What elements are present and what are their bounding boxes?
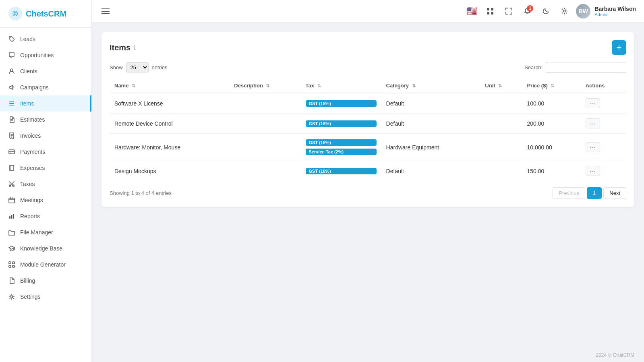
svg-rect-7 — [9, 150, 14, 154]
sidebar-item-settings[interactable]: Settings — [0, 289, 91, 305]
sidebar-nav: Leads Opportunities Clients Campaigns It… — [0, 28, 91, 362]
tax-badges: GST (18%) — [306, 120, 377, 128]
name-sort-icon: ⇅ — [132, 83, 135, 88]
search-input[interactable] — [546, 62, 626, 73]
row-actions-button[interactable]: ··· — [586, 98, 600, 108]
col-name[interactable]: Name ⇅ — [110, 79, 229, 93]
svg-rect-5 — [9, 103, 14, 104]
svg-rect-15 — [9, 262, 11, 264]
col-unit[interactable]: Unit ⇅ — [480, 79, 522, 93]
sidebar-item-items[interactable]: Items — [0, 95, 91, 112]
col-description[interactable]: Description ⇅ — [229, 79, 300, 93]
sidebar-item-label: Settings — [20, 294, 41, 300]
hamburger-button[interactable] — [100, 7, 111, 16]
tax-sort-icon: ⇅ — [317, 83, 321, 88]
cell-unit — [480, 114, 522, 134]
sidebar-item-file-manager[interactable]: File Manager — [0, 224, 91, 240]
cell-actions: ··· — [581, 114, 626, 134]
sidebar-item-billing[interactable]: Billing — [0, 273, 91, 289]
gear-icon — [8, 293, 15, 300]
grid-icon[interactable] — [483, 4, 497, 18]
cell-price: 10,000.00 — [522, 134, 580, 161]
svg-rect-17 — [9, 265, 11, 267]
col-actions: Actions — [581, 79, 626, 93]
header-left — [100, 7, 111, 16]
table-header-row: Name ⇅Description ⇅Tax ⇅Category ⇅Unit ⇅… — [110, 79, 626, 93]
tax-badge: GST (18%) — [306, 120, 377, 127]
row-actions-button[interactable]: ··· — [586, 142, 600, 152]
sidebar-item-invoices[interactable]: Invoices — [0, 128, 91, 144]
list-icon — [8, 100, 15, 107]
file-text-icon — [8, 116, 15, 123]
sidebar-item-label: Items — [20, 100, 34, 107]
page-title: Items — [110, 43, 130, 52]
svg-rect-16 — [12, 262, 14, 264]
cell-tax: GST (18%) — [301, 93, 381, 114]
sidebar-item-payments[interactable]: Payments — [0, 144, 91, 160]
sidebar-item-meetings[interactable]: Meetings — [0, 192, 91, 208]
svg-rect-12 — [9, 216, 10, 219]
fullscreen-icon[interactable] — [502, 4, 516, 18]
description-sort-icon: ⇅ — [266, 83, 269, 88]
svg-rect-11 — [9, 198, 14, 203]
row-actions-button[interactable]: ··· — [586, 118, 600, 128]
header-right: 🇺🇸 1 — [465, 4, 636, 19]
sidebar-item-label: Knowledge Base — [20, 245, 62, 252]
sidebar-item-leads[interactable]: Leads — [0, 31, 91, 47]
table-row: Hardware: Monitor, Mouse GST (18%)Servic… — [110, 134, 626, 161]
sidebar-item-taxes[interactable]: Taxes — [0, 176, 91, 192]
theme-icon[interactable] — [539, 4, 553, 18]
user-details: Barbara Wilson Admin — [594, 6, 636, 17]
flag-icon[interactable]: 🇺🇸 — [465, 4, 478, 18]
cell-name: Hardware: Monitor, Mouse — [110, 134, 229, 161]
price-sort-icon: ⇅ — [551, 83, 554, 88]
col-price[interactable]: Price ($) ⇅ — [522, 79, 580, 93]
svg-rect-13 — [11, 215, 12, 219]
col-category[interactable]: Category ⇅ — [381, 79, 480, 93]
next-button[interactable]: Next — [603, 187, 626, 199]
sidebar-item-module-generator[interactable]: Module Generator — [0, 257, 91, 273]
sidebar-item-label: Reports — [20, 213, 40, 219]
megaphone-icon — [8, 84, 15, 91]
cell-unit — [480, 161, 522, 181]
show-entries: Show 10 25 50 100 entries — [110, 62, 168, 72]
sidebar-item-label: Leads — [20, 36, 35, 42]
sidebar-item-campaigns[interactable]: Campaigns — [0, 79, 91, 95]
svg-rect-22 — [487, 12, 489, 14]
sidebar-item-estimates[interactable]: Estimates — [0, 112, 91, 128]
info-icon[interactable]: ℹ — [134, 44, 136, 51]
page-title-row: Items ℹ — [110, 43, 136, 52]
table-row: Software X License GST (18%) Default 100… — [110, 93, 626, 114]
col-tax[interactable]: Tax ⇅ — [301, 79, 381, 93]
add-item-button[interactable]: + — [612, 40, 626, 55]
settings-icon[interactable] — [557, 4, 571, 18]
sidebar-item-label: Taxes — [20, 181, 35, 187]
cell-category: Default — [381, 93, 480, 114]
user-profile[interactable]: BW Barbara Wilson Admin — [576, 4, 636, 19]
entries-label: entries — [152, 64, 168, 70]
previous-button[interactable]: Previous — [553, 187, 585, 199]
page-1-button[interactable]: 1 — [587, 187, 602, 199]
sidebar-item-expenses[interactable]: Expenses — [0, 160, 91, 176]
moon-svg — [543, 8, 549, 14]
table-row: Remote Device Control GST (18%) Default … — [110, 114, 626, 134]
book-icon — [8, 164, 15, 172]
logo-icon: © — [8, 6, 23, 21]
notifications-icon[interactable]: 1 — [520, 4, 534, 18]
entries-select[interactable]: 10 25 50 100 — [126, 62, 149, 72]
user-name: Barbara Wilson — [594, 6, 636, 12]
sidebar-item-clients[interactable]: Clients — [0, 63, 91, 79]
sidebar-item-label: Payments — [20, 149, 45, 155]
sidebar-item-opportunities[interactable]: Opportunities — [0, 47, 91, 63]
cell-actions: ··· — [581, 161, 626, 181]
sidebar-logo: © ChetsCRM — [0, 0, 91, 28]
svg-rect-6 — [9, 105, 14, 105]
avatar-placeholder: BW — [576, 4, 590, 19]
cell-description — [229, 114, 300, 134]
row-actions-button[interactable]: ··· — [586, 166, 600, 176]
sidebar-item-label: Clients — [20, 68, 37, 74]
logo-text: ChetsCRM — [26, 9, 66, 19]
cell-tax: GST (18%) — [301, 114, 381, 134]
sidebar-item-knowledge-base[interactable]: Knowledge Base — [0, 240, 91, 257]
sidebar-item-reports[interactable]: Reports — [0, 208, 91, 224]
